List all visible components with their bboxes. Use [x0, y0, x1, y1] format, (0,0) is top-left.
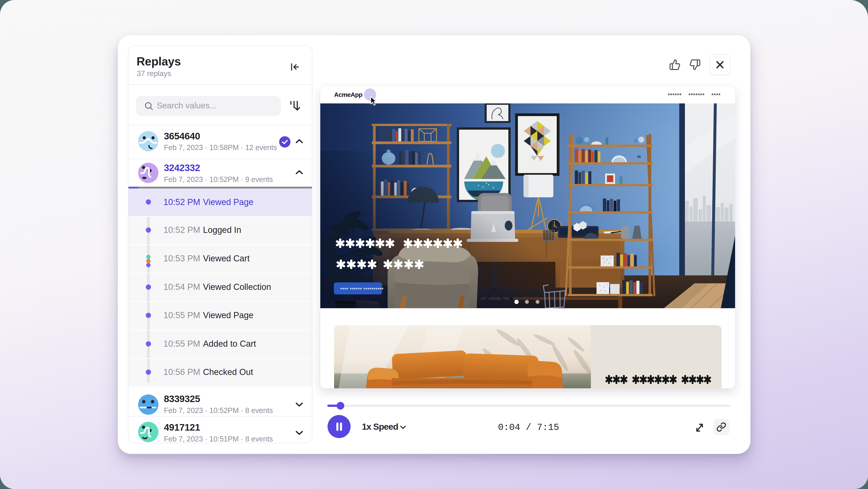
- svg-text:**** ****** **********: **** ****** **********: [340, 287, 383, 293]
